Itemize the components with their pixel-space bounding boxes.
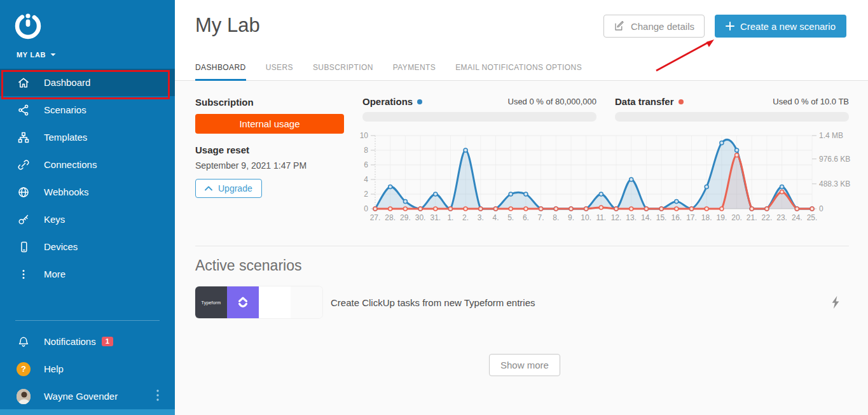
svg-text:19.: 19. [717, 213, 727, 222]
tab-dashboard[interactable]: DASHBOARD [195, 63, 246, 81]
scenario-title: Create ClickUp tasks from new Typeform e… [331, 297, 535, 308]
svg-text:23.: 23. [776, 213, 787, 222]
svg-text:0: 0 [364, 204, 368, 213]
sidebar-item-label: Keys [44, 214, 65, 225]
sidebar-item-label: Scenarios [44, 104, 86, 115]
data-transfer-usage: Data transfer Used 0 % of 10.0 TB [615, 96, 849, 122]
clickup-app-icon [227, 286, 259, 318]
sidebar: MY LAB Dashboard Scenarios Templates Con… [0, 0, 175, 415]
sidebar-bottom-strip [0, 409, 175, 415]
sidebar-item-webhooks[interactable]: Webhooks [0, 178, 175, 206]
sidebar-item-devices[interactable]: Devices [0, 233, 175, 260]
show-more-button[interactable]: Show more [489, 354, 560, 376]
tab-bar: DASHBOARDUSERSSUBSCRIPTIONPAYMENTSEMAIL … [195, 63, 582, 81]
svg-text:11.: 11. [596, 213, 606, 222]
upgrade-label: Upgrade [218, 183, 252, 193]
svg-text:9.: 9. [568, 213, 574, 222]
sidebar-item-keys[interactable]: Keys [0, 206, 175, 233]
sidebar-item-dashboard[interactable]: Dashboard [0, 69, 175, 96]
svg-text:24.: 24. [792, 213, 803, 222]
create-scenario-label: Create a new scenario [740, 21, 836, 32]
sidebar-menu: Dashboard Scenarios Templates Connection… [0, 69, 175, 288]
edit-icon [614, 20, 625, 32]
integromat-logo-icon[interactable] [13, 9, 43, 42]
subscription-heading: Subscription [195, 97, 344, 108]
sidebar-item-scenarios[interactable]: Scenarios [0, 96, 175, 123]
sidebar-bottom-menu: Notifications 1 ? Help Wayne Govender [0, 328, 175, 410]
sidebar-item-help[interactable]: ? Help [0, 355, 175, 383]
team-switcher[interactable]: MY LAB [17, 51, 56, 59]
svg-text:16.: 16. [671, 213, 682, 222]
notifications-badge: 1 [102, 337, 113, 346]
blank-app-tile [259, 286, 291, 318]
svg-text:4: 4 [364, 175, 368, 184]
svg-text:10: 10 [360, 131, 369, 140]
tab-payments[interactable]: PAYMENTS [393, 63, 436, 81]
sidebar-item-label: More [44, 269, 65, 279]
svg-text:30.: 30. [415, 213, 426, 222]
dots-vertical-icon [17, 267, 31, 281]
sidebar-item-connections[interactable]: Connections [0, 151, 175, 178]
svg-text:4.: 4. [492, 213, 499, 222]
sidebar-item-more[interactable]: More [0, 260, 175, 288]
svg-text:3.: 3. [478, 213, 484, 222]
operations-legend-dot [417, 99, 422, 104]
sidebar-item-profile[interactable]: Wayne Govender [0, 383, 175, 410]
svg-text:15.: 15. [656, 213, 667, 222]
svg-text:6.: 6. [523, 213, 529, 222]
subscription-panel: Subscription Internal usage Usage reset … [195, 97, 344, 198]
data-transfer-label: Data transfer [615, 96, 674, 107]
svg-text:25.: 25. [807, 213, 818, 222]
page-header: My Lab DASHBOARDUSERSSUBSCRIPTIONPAYMENT… [175, 0, 868, 81]
device-icon [17, 240, 31, 254]
svg-text:18.: 18. [701, 213, 712, 222]
sidebar-item-notifications[interactable]: Notifications 1 [0, 328, 175, 355]
svg-text:2.: 2. [462, 213, 469, 222]
operations-label: Operations [362, 96, 413, 107]
typeform-app-icon: Typeform [195, 286, 227, 318]
blank-app-tile [291, 286, 322, 318]
svg-text:17.: 17. [686, 213, 697, 222]
svg-text:12.: 12. [611, 213, 622, 222]
usage-reset-value: September 9, 2021 1:47 PM [195, 160, 344, 171]
user-name: Wayne Govender [44, 391, 118, 402]
operations-usage: Operations Used 0 % of 80,000,000 [362, 96, 596, 122]
key-icon [17, 213, 31, 227]
tab-subscription[interactable]: SUBSCRIPTION [313, 63, 373, 81]
plus-icon [726, 22, 734, 31]
avatar [17, 390, 31, 404]
change-details-label: Change details [631, 21, 694, 32]
sitemap-icon [17, 130, 31, 144]
active-scenarios-heading: Active scenarios [195, 257, 301, 274]
home-icon [17, 76, 31, 90]
user-menu-dots-icon[interactable] [156, 389, 160, 404]
svg-text:21.: 21. [747, 213, 757, 222]
upgrade-button[interactable]: Upgrade [195, 179, 262, 198]
bell-icon [17, 335, 31, 349]
tab-users[interactable]: USERS [266, 63, 293, 81]
plan-button[interactable]: Internal usage [195, 114, 344, 134]
change-details-button[interactable]: Change details [603, 15, 705, 38]
svg-text:1.4 MB: 1.4 MB [819, 131, 843, 140]
sidebar-item-label: Notifications [44, 336, 96, 347]
scenario-app-strip: Typeform [195, 286, 322, 318]
sidebar-item-label: Webhooks [44, 186, 89, 197]
operations-used-text: Used 0 % of 80,000,000 [508, 97, 597, 106]
svg-text:1.: 1. [447, 213, 453, 222]
svg-text:10.: 10. [581, 213, 591, 222]
svg-text:22.: 22. [762, 213, 773, 222]
tab-email-notifications-options[interactable]: EMAIL NOTIFICATIONS OPTIONS [455, 63, 582, 81]
svg-text:6: 6 [364, 160, 368, 169]
sidebar-item-templates[interactable]: Templates [0, 123, 175, 151]
create-scenario-button[interactable]: Create a new scenario [715, 15, 846, 38]
sidebar-item-label: Devices [44, 241, 78, 252]
chevron-down-icon [50, 53, 56, 57]
section-divider [195, 246, 849, 246]
svg-text:14.: 14. [641, 213, 652, 222]
svg-text:5.: 5. [507, 213, 514, 222]
sidebar-item-label: Templates [44, 132, 87, 143]
scenario-row[interactable]: Typeform Create ClickUp tasks from new T… [195, 286, 849, 318]
sidebar-divider [15, 320, 160, 321]
svg-text:8.: 8. [553, 213, 559, 222]
svg-text:976.6 KB: 976.6 KB [819, 155, 850, 164]
